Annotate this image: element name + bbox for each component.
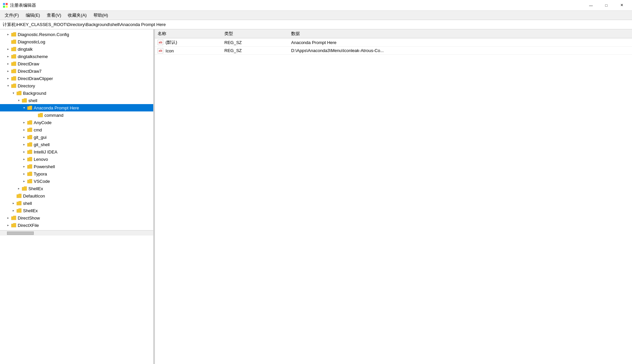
tree-item-shellex-background[interactable]: ShellEx: [0, 185, 153, 192]
tree-label: DirectDrawClipper: [18, 76, 53, 81]
expand-icon[interactable]: [5, 82, 11, 89]
menu-favorites[interactable]: 收藏夹(A): [64, 11, 90, 20]
tree-item-git-shell[interactable]: git_shell: [0, 141, 153, 148]
title-bar-left: 注册表编辑器: [3, 2, 36, 8]
tree-label: Typora: [34, 171, 47, 176]
expand-icon[interactable]: [21, 177, 27, 185]
tree-label: DefaultIcon: [23, 194, 45, 199]
table-row[interactable]: ab Icon REG_SZ D:\Apps\Anaconda3\Menu\Ic…: [155, 47, 632, 55]
tree-label: ShellEx: [28, 186, 43, 191]
minimize-button[interactable]: —: [583, 0, 599, 11]
expand-icon[interactable]: [5, 31, 11, 38]
menu-edit[interactable]: 编辑(E): [22, 11, 43, 20]
expand-icon[interactable]: [5, 214, 11, 222]
tree-item-directxfile[interactable]: DirectXFile: [0, 222, 153, 229]
tree-item-shellex2[interactable]: ShellEx: [0, 207, 153, 214]
address-path: 计算机\HKEY_CLASSES_ROOT\Directory\Backgrou…: [3, 22, 166, 28]
title-bar-controls: — □ ✕: [583, 0, 629, 11]
tree-item-background[interactable]: Background: [0, 89, 153, 97]
tree-horizontal-scrollbar[interactable]: [0, 230, 153, 236]
tree-label: shell: [28, 98, 37, 103]
reg-name-cell[interactable]: ab (默认): [155, 38, 222, 47]
col-name[interactable]: 名称: [155, 29, 222, 38]
folder-icon: [27, 156, 33, 162]
expand-icon[interactable]: [16, 185, 21, 192]
menu-view[interactable]: 查看(V): [43, 11, 64, 20]
expand-icon[interactable]: [21, 133, 27, 141]
tree-item-directdraw7[interactable]: DirectDraw7: [0, 67, 153, 75]
expand-icon[interactable]: [5, 53, 11, 60]
tree-item-cmd[interactable]: cmd: [0, 126, 153, 133]
expand-icon[interactable]: [5, 222, 11, 229]
expand-icon[interactable]: [11, 200, 16, 207]
tree-item-git-gui[interactable]: git_gui: [0, 133, 153, 141]
expand-icon[interactable]: [21, 141, 27, 148]
tree-pane[interactable]: Diagnostic.Resmon.Config DiagnosticLog d…: [0, 29, 154, 364]
expand-icon[interactable]: [21, 170, 27, 177]
expand-icon[interactable]: [11, 89, 16, 97]
menu-help[interactable]: 帮助(H): [90, 11, 112, 20]
tree-item-anycode[interactable]: AnyCode: [0, 119, 153, 126]
reg-name-cell[interactable]: ab Icon: [155, 47, 222, 55]
expand-icon[interactable]: [11, 207, 16, 214]
expand-icon[interactable]: [16, 97, 21, 104]
folder-icon: [11, 54, 17, 59]
tree-item-directory[interactable]: Directory: [0, 82, 153, 89]
tree-item-shell[interactable]: shell: [0, 97, 153, 104]
tree-item-command[interactable]: command: [0, 111, 153, 119]
maximize-button[interactable]: □: [599, 0, 614, 11]
tree-item-typora[interactable]: Typora: [0, 170, 153, 177]
app-icon: [3, 3, 8, 8]
tree-item-directdraw[interactable]: DirectDraw: [0, 60, 153, 67]
tree-item-directshow[interactable]: DirectShow: [0, 214, 153, 222]
expand-icon[interactable]: [5, 67, 11, 75]
tree-item-defaulticon[interactable]: DefaultIcon: [0, 192, 153, 200]
reg-type-cell: REG_SZ: [222, 47, 288, 55]
tree-label: VSCode: [34, 179, 50, 184]
tree-item-vscode[interactable]: VSCode: [0, 177, 153, 185]
folder-icon: [27, 120, 33, 125]
expand-icon[interactable]: [5, 45, 11, 53]
expand-icon[interactable]: [21, 163, 27, 170]
expand-icon[interactable]: [21, 119, 27, 126]
tree-item-directdrawclipper[interactable]: DirectDrawClipper: [0, 75, 153, 82]
tree-item-lenovo[interactable]: Lenovo: [0, 155, 153, 163]
col-data[interactable]: 数据: [288, 29, 632, 38]
folder-icon: [11, 76, 17, 81]
tree-label: shell: [23, 201, 32, 206]
menu-file[interactable]: 文件(F): [1, 11, 22, 20]
folder-icon: [11, 83, 17, 88]
expand-icon[interactable]: [5, 75, 11, 82]
tree-item-intellij-idea[interactable]: IntelliJ IDEA: [0, 148, 153, 155]
expand-icon[interactable]: [21, 126, 27, 133]
expand-icon[interactable]: [21, 104, 27, 111]
tree-label: cmd: [34, 127, 42, 132]
tree-item-diagnostic-resmon[interactable]: Diagnostic.Resmon.Config: [0, 31, 153, 38]
expand-icon[interactable]: [21, 155, 27, 163]
tree-content: Diagnostic.Resmon.Config DiagnosticLog d…: [0, 29, 153, 230]
close-button[interactable]: ✕: [614, 0, 629, 11]
expand-icon[interactable]: [21, 148, 27, 155]
folder-icon: [11, 61, 17, 66]
tree-item-dingtalkscheme[interactable]: dingtalkscheme: [0, 53, 153, 60]
folder-icon: [11, 68, 17, 74]
address-bar: 计算机\HKEY_CLASSES_ROOT\Directory\Backgrou…: [0, 20, 632, 29]
folder-icon: [21, 186, 27, 191]
tree-item-shell2[interactable]: shell: [0, 200, 153, 207]
expand-icon[interactable]: [5, 60, 11, 67]
folder-icon-selected: [27, 105, 33, 110]
reg-name-label: (默认): [166, 39, 177, 45]
col-type[interactable]: 类型: [222, 29, 288, 38]
expand-icon: [11, 192, 16, 200]
table-row[interactable]: ab (默认) REG_SZ Anaconda Prompt Here: [155, 38, 632, 47]
tree-item-anaconda-prompt-here[interactable]: Anaconda Prompt Here: [0, 104, 153, 111]
tree-item-diagnosticlog[interactable]: DiagnosticLog: [0, 38, 153, 45]
tree-item-powershell[interactable]: Powershell: [0, 163, 153, 170]
folder-icon: [11, 223, 17, 228]
folder-icon: [27, 127, 33, 132]
tree-label: DirectXFile: [18, 223, 39, 228]
tree-item-dingtalk[interactable]: dingtalk: [0, 45, 153, 53]
folder-icon: [27, 134, 33, 140]
h-scroll-thumb[interactable]: [7, 232, 34, 235]
tree-label: Diagnostic.Resmon.Config: [18, 32, 69, 37]
